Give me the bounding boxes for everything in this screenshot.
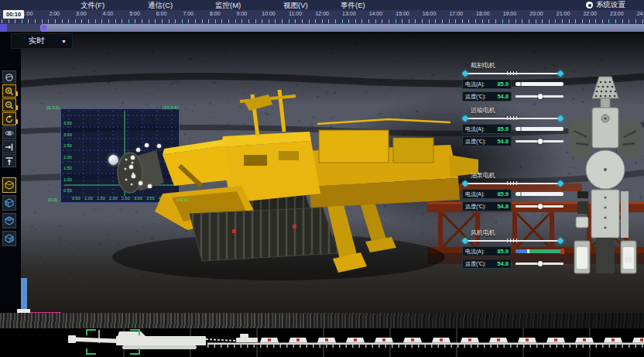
timeline-tick <box>2 19 2 23</box>
zoom-out-icon[interactable] <box>2 98 16 112</box>
slider-handle-left[interactable] <box>462 180 468 186</box>
menu-item-4[interactable]: 事件(E) <box>336 0 370 10</box>
hour-label: 3:00 <box>76 11 87 16</box>
menu-item-2[interactable]: 监控(M) <box>211 0 245 10</box>
timeline-tick <box>302 19 303 23</box>
timeline-tick <box>195 19 196 23</box>
mode-dropdown[interactable]: 实时 ▼ <box>11 33 73 49</box>
temp-value: 54.8 <box>497 138 509 145</box>
timeline-tick <box>468 19 469 23</box>
temp-labelbox: 温度(℃): 54.8 <box>462 201 512 211</box>
timeline-tick <box>9 19 9 23</box>
current-labelbox: 电流(A): 85.9 <box>462 246 512 256</box>
roadheader-machine-3d[interactable] <box>46 77 480 294</box>
mode-dropdown-value: 实时 <box>12 36 61 46</box>
zoom-in-icon[interactable] <box>2 84 16 98</box>
current-bar[interactable] <box>516 127 564 131</box>
timeline-ruler[interactable] <box>0 19 644 24</box>
slider-handle-left[interactable] <box>462 115 468 121</box>
temp-label: 温度(℃): <box>465 138 486 146</box>
timeline-tick <box>48 19 49 23</box>
menu-item-0[interactable]: 文件(F) <box>76 0 109 10</box>
align-right-icon[interactable] <box>2 140 16 153</box>
slider-handle-right[interactable] <box>557 237 564 243</box>
temp-slider[interactable] <box>516 205 564 208</box>
motor-panel-title: 截割电机 <box>471 62 564 70</box>
timeline-marker[interactable] <box>41 25 47 31</box>
timeline-tick <box>415 19 416 23</box>
lock-body <box>625 257 632 263</box>
slider-handle-right[interactable] <box>557 70 564 76</box>
timeline-tick <box>509 19 509 23</box>
align-top-icon[interactable] <box>2 154 16 167</box>
timeline-tick <box>101 19 102 23</box>
motor-range-slider[interactable] <box>463 237 563 244</box>
timeline-tick <box>328 19 329 23</box>
timeline-tick <box>375 19 376 23</box>
timeline-tick <box>81 19 82 23</box>
timeline-tick <box>68 19 69 23</box>
current-bar[interactable] <box>516 249 564 253</box>
view-cube-active-icon[interactable] <box>2 177 16 193</box>
rotate-cw-icon[interactable] <box>2 112 16 125</box>
timeline-tick <box>15 19 15 23</box>
slider-handle-left[interactable] <box>462 70 468 76</box>
cutter-position-ball <box>108 155 118 165</box>
current-bar[interactable] <box>516 192 564 196</box>
timeline-tick <box>142 19 142 23</box>
timeline-tick <box>108 19 109 23</box>
timeline-tick <box>389 19 389 23</box>
temp-slider[interactable] <box>516 95 564 98</box>
motor-panel-0: 截割电机 电流(A): 85.9 温度(℃): 54.8 <box>462 62 564 104</box>
timeline-tick <box>215 19 216 23</box>
system-settings-button[interactable]: 系统设置 <box>586 0 625 10</box>
machine-topdown-diagram[interactable] <box>567 75 644 275</box>
timeline-range-cap <box>0 24 7 32</box>
temp-slider-knob[interactable] <box>538 94 543 99</box>
timeline-tick <box>536 19 536 23</box>
current-value: 85.9 <box>497 125 509 132</box>
scene-viewport[interactable]: 3.503.002.502.001.501.000.500.501.001.50… <box>0 32 644 328</box>
temp-slider-knob[interactable] <box>538 204 543 209</box>
timeline-tick <box>309 19 310 23</box>
timeline-tick <box>595 19 596 23</box>
slider-handle-left[interactable] <box>462 237 468 243</box>
machine-silhouette[interactable] <box>68 330 258 349</box>
timeline-tick <box>295 19 296 23</box>
hour-label: 20:00 <box>529 11 543 16</box>
timeline-range-bar[interactable] <box>0 24 644 32</box>
view-cube-front-icon[interactable] <box>2 195 16 211</box>
timeline-tick <box>221 19 222 23</box>
view-cube-side-icon[interactable] <box>2 231 16 246</box>
current-bar[interactable] <box>516 82 564 86</box>
timeline-tick <box>162 19 163 23</box>
timeline-tick <box>35 19 36 23</box>
temp-label: 温度(℃): <box>465 203 486 211</box>
slider-midticks <box>507 116 519 120</box>
timeline-tick <box>42 19 43 23</box>
temp-slider-knob[interactable] <box>538 139 543 144</box>
temp-slider[interactable] <box>516 140 564 142</box>
orbit-free-icon[interactable] <box>2 126 16 139</box>
conveyor-overview-strip[interactable] <box>0 328 644 357</box>
timeline-tick <box>342 19 343 23</box>
orbit-icon[interactable] <box>2 70 16 84</box>
temp-slider[interactable] <box>516 263 564 265</box>
timeline-label-row[interactable]: 00:10 1:002:003:004:005:006:007:008:009:… <box>0 10 644 19</box>
timeline-current-time[interactable]: 00:10 <box>3 10 24 19</box>
lock-icon[interactable] <box>624 253 634 263</box>
current-bar-handle[interactable] <box>560 249 564 254</box>
menu-item-1[interactable]: 通信(C) <box>143 0 177 10</box>
view-cube-top-icon[interactable] <box>2 213 16 228</box>
slider-handle-right[interactable] <box>557 115 564 121</box>
temp-slider-knob[interactable] <box>538 261 543 266</box>
motor-range-slider[interactable] <box>463 115 563 122</box>
hour-label: 9:00 <box>237 11 248 16</box>
motor-range-slider[interactable] <box>463 180 563 187</box>
timeline-tick <box>602 19 603 23</box>
slider-handle-right[interactable] <box>557 180 564 186</box>
menu-item-3[interactable]: 视图(V) <box>279 0 313 10</box>
motor-range-slider[interactable] <box>463 70 563 77</box>
timeline-tick <box>516 19 516 23</box>
timeline-tick <box>409 19 409 23</box>
